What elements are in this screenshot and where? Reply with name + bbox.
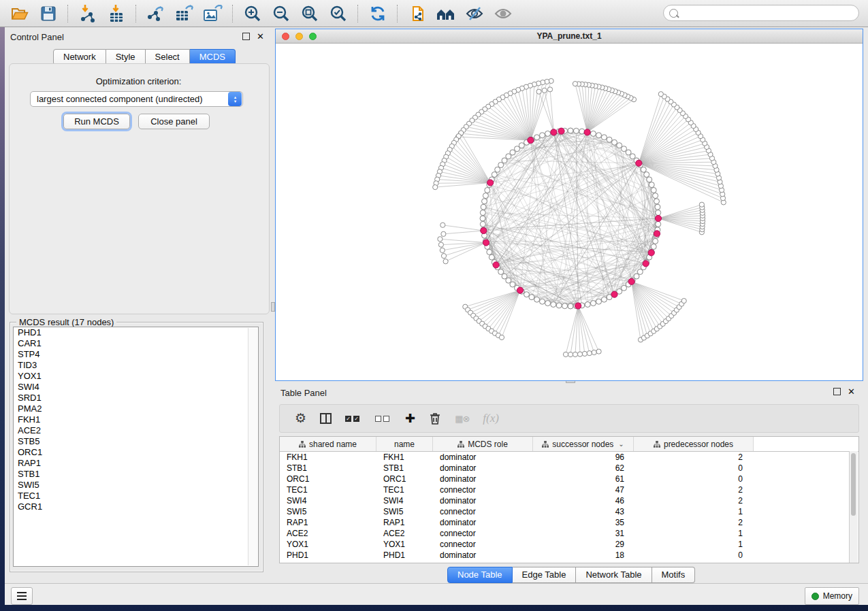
list-item[interactable]: PHD1 — [14, 327, 258, 338]
toolbar-separator — [135, 5, 137, 22]
refresh-icon[interactable] — [368, 3, 388, 24]
list-item[interactable]: TEC1 — [14, 491, 258, 501]
table-row[interactable]: TEC1TEC1connector472 — [280, 484, 858, 495]
show-all-icon[interactable] — [493, 3, 513, 24]
table-row[interactable]: SWI5SWI5connector431 — [280, 506, 858, 517]
criterion-dropdown[interactable]: largest connected component (undirected)… — [30, 91, 243, 107]
tab-motifs[interactable]: Motifs — [652, 567, 696, 583]
memory-button[interactable]: Memory — [805, 587, 859, 605]
table-cell: dominator — [433, 550, 533, 561]
table-toolbar: ⚙ ✓✓ ✚ ▦⊗ f(x) — [279, 404, 859, 433]
table-row[interactable]: PHD1PHD1dominator180 — [280, 550, 858, 561]
table-cell: STB1 — [280, 463, 376, 474]
table-row[interactable]: ACE2ACE2connector311 — [280, 528, 858, 539]
table-cell: SWI4 — [376, 495, 433, 506]
task-history-button[interactable] — [11, 587, 33, 605]
list-item[interactable]: STB1 — [14, 469, 258, 480]
select-all-icon[interactable]: ✓✓ — [345, 410, 361, 427]
zoom-in-icon[interactable] — [242, 3, 263, 24]
list-item[interactable]: GCR1 — [14, 501, 258, 512]
list-item[interactable]: STB5 — [14, 436, 258, 447]
delete-row-icon[interactable] — [429, 410, 441, 427]
run-mcds-button[interactable]: Run MCDS — [63, 114, 130, 129]
list-item[interactable]: YOX1 — [14, 371, 258, 382]
add-row-icon[interactable]: ✚ — [405, 410, 415, 427]
network-frame: YPA_prune.txt_1 — [275, 29, 863, 381]
table-row[interactable]: SWI4SWI4dominator462 — [280, 495, 858, 506]
list-item[interactable]: SRD1 — [14, 393, 258, 403]
close-panel-button[interactable]: Close panel — [138, 114, 210, 129]
memory-status-icon — [811, 593, 819, 600]
network-graph-svg[interactable] — [276, 44, 863, 380]
table-cell: connector — [433, 539, 533, 550]
list-item[interactable]: ORC1 — [14, 447, 258, 458]
control-panel-header: Control Panel ✕ — [5, 29, 272, 45]
show-columns-icon[interactable] — [320, 410, 332, 427]
hide-selected-icon[interactable] — [464, 3, 485, 24]
tab-node-table[interactable]: Node Table — [447, 567, 513, 583]
zoom-out-icon[interactable] — [271, 3, 291, 24]
table-cell: 35 — [533, 517, 634, 528]
column-header-name[interactable]: name — [376, 437, 433, 451]
column-header-successor-nodes[interactable]: successor nodes⌄ — [533, 437, 634, 451]
list-item[interactable]: PMA2 — [14, 403, 258, 414]
column-header-predecessor-nodes[interactable]: predecessor nodes — [634, 437, 754, 451]
float-window-icon[interactable] — [833, 388, 841, 395]
table-settings-icon[interactable]: ⚙ — [295, 410, 306, 427]
table-row[interactable]: RAP1RAP1dominator352 — [280, 517, 858, 528]
network-titlebar[interactable]: YPA_prune.txt_1 — [276, 29, 863, 44]
list-item[interactable]: ACE2 — [14, 425, 258, 436]
table-panel-tabs: Node TableEdge TableNetwork TableMotifs — [447, 567, 695, 582]
table-cell: 2 — [634, 517, 754, 528]
table-cell: SWI4 — [280, 495, 376, 506]
table-cell: SWI5 — [280, 506, 376, 517]
table-row[interactable]: ORC1ORC1dominator610 — [280, 474, 858, 484]
column-header-shared-name[interactable]: shared name — [280, 437, 376, 451]
open-file-icon[interactable] — [10, 3, 30, 24]
list-item[interactable]: STP4 — [14, 349, 258, 360]
export-network-icon[interactable] — [146, 3, 166, 24]
table-cell: SWI5 — [376, 506, 433, 517]
table-cell: YOX1 — [376, 539, 433, 550]
table-row[interactable]: STB1STB1dominator620 — [280, 463, 858, 474]
close-panel-icon[interactable]: ✕ — [257, 33, 264, 40]
table-scrollbar-thumb[interactable] — [851, 453, 856, 516]
list-scrollbar[interactable] — [248, 328, 257, 565]
list-item[interactable]: RAP1 — [14, 458, 258, 469]
table-cell: connector — [433, 484, 533, 495]
column-header-filler — [754, 437, 858, 451]
save-session-icon[interactable] — [38, 3, 59, 24]
import-network-icon[interactable] — [78, 3, 98, 24]
column-header-label: shared name — [309, 440, 357, 449]
table-panel-header: Table Panel ✕ — [275, 384, 863, 401]
float-window-icon[interactable] — [242, 33, 250, 40]
list-item[interactable]: SWI5 — [14, 480, 258, 491]
list-item[interactable]: FKH1 — [14, 414, 258, 425]
list-item[interactable]: CAR1 — [14, 338, 258, 349]
search-input[interactable] — [682, 7, 858, 18]
table-cell: FKH1 — [376, 452, 433, 463]
search-icon — [669, 9, 678, 18]
table-row[interactable]: FKH1FKH1dominator962 — [280, 452, 858, 463]
table-cell: 1 — [634, 528, 754, 539]
zoom-fit-icon[interactable] — [300, 3, 320, 24]
export-table-icon[interactable] — [174, 3, 195, 24]
table-row[interactable]: YOX1YOX1connector291 — [280, 539, 858, 550]
table-scrollbar[interactable] — [849, 451, 858, 563]
list-item[interactable]: TID3 — [14, 360, 258, 371]
zoom-selected-icon[interactable] — [328, 3, 349, 24]
toolbar-separator — [357, 5, 359, 22]
column-header-MCDS-role[interactable]: MCDS role — [433, 437, 533, 451]
tab-network-table[interactable]: Network Table — [576, 567, 652, 583]
first-neighbors-icon[interactable] — [436, 3, 456, 24]
tab-edge-table[interactable]: Edge Table — [513, 567, 577, 583]
import-table-icon[interactable] — [106, 3, 127, 24]
table-cell: RAP1 — [376, 517, 433, 528]
export-image-icon[interactable] — [203, 3, 223, 24]
close-panel-icon[interactable]: ✕ — [848, 389, 855, 395]
unselect-all-icon[interactable] — [375, 410, 391, 427]
network-document-icon[interactable] — [407, 3, 428, 24]
column-type-icon — [457, 441, 464, 448]
toolbar-separator — [67, 5, 69, 22]
list-item[interactable]: SWI4 — [14, 382, 258, 393]
